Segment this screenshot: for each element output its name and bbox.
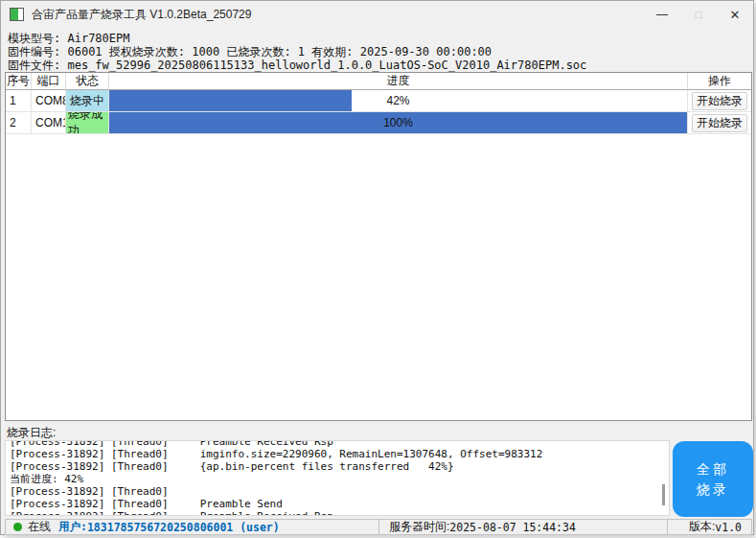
status-online-section: 在线 用户: 1831785756720250806001 (user) [5,519,379,535]
row2-index: 2 [6,112,32,134]
device-table: 序号 端口 状态 进度 操作 1 COM8 烧录中 42% 开始烧录 2 COM… [5,72,752,421]
row2-status-badge: 烧录成功 [66,112,109,134]
row1-progress-cell: 42% [109,90,688,112]
window-title: 合宙产品量产烧录工具 V1.0.2Beta_250729 [32,7,251,23]
log-line: 当前进度: 42% [10,473,669,485]
close-button[interactable]: ✕ [717,1,753,28]
row2-action-cell: 开始烧录 [688,112,751,134]
version-value: v1.0 [715,521,742,534]
header-action: 操作 [688,73,751,90]
row2-start-burn-button[interactable]: 开始烧录 [692,114,747,132]
row2-progress-cell: 100% [109,112,688,134]
app-icon [10,8,24,21]
log-line: [Process-31892] [Thread0] {ap.bin-percen… [10,460,669,473]
expiry-value: 2025-09-30 00:00:00 [360,45,492,58]
burned-count-value: 1 [298,45,305,58]
header-progress: 进度 [109,73,688,90]
auth-count-label: 授权烧录次数: [103,45,193,58]
app-window: 合宙产品量产烧录工具 V1.0.2Beta_250729 — □ ✕ 模块型号:… [0,0,754,535]
log-line: [Process-31892] [Thread0] [10,485,669,498]
status-bar: 在线 用户: 1831785756720250806001 (user) 服务器… [5,519,753,535]
module-label: 模块型号: [8,32,67,45]
row2-port: COM13 [32,112,66,134]
log-line: [Process-31892] [Thread0] Preamble Send [10,498,669,510]
module-value: Air780EPM [67,32,129,45]
row1-action-cell: 开始烧录 [688,90,751,112]
maximize-button[interactable]: □ [680,1,717,28]
burned-count-label: 已烧录次数: [219,45,298,58]
user-label: 用户: [58,520,87,534]
auth-count-value: 1000 [192,45,219,58]
version-label: 版本: [689,519,715,535]
header-status: 状态 [66,73,109,90]
file-value: mes_fw_52996_20250806115133_helloworld_1… [67,58,586,72]
status-version-section: 版本: v1.0 [667,519,752,535]
row1-port: COM8 [32,90,66,112]
log-line: [Process-31892] [Thread0] Preamble Recei… [10,440,669,448]
status-server-time-section: 服务器时间: 2025-08-07 15:44:34 [378,519,668,535]
log-scrollbar-thumb[interactable] [662,484,665,505]
log-line: [Process-31892] [Thread0] Preamble Recei… [10,510,669,516]
user-value: 1831785756720250806001 (user) [87,521,280,534]
burn-log-content: [Process-31892] [Thread0] Preamble Recei… [6,440,669,516]
server-time-label: 服务器时间: [389,519,449,535]
log-line: [Process-31892] [Thread0] imginfo.size=2… [10,448,669,460]
row1-index: 1 [6,90,32,112]
row1-start-burn-button[interactable]: 开始烧录 [692,92,747,110]
burn-log-label: 烧录日志: [7,425,56,441]
firmware-no-label: 固件编号: [8,45,67,58]
header-index: 序号 [6,73,32,90]
minimize-button[interactable]: — [644,1,680,28]
online-status-dot [13,523,22,531]
window-controls: — □ ✕ [644,1,753,28]
row2-progress-label: 100% [109,116,687,129]
row1-status-badge: 烧录中 [66,90,109,112]
firmware-no-value: 06001 [67,45,102,58]
burn-all-button[interactable]: 全部 烧录 [673,441,753,517]
online-status-text: 在线 [28,519,51,535]
row1-progress-label: 42% [109,94,687,107]
header-port: 端口 [32,73,66,90]
table-empty-area [6,134,751,420]
title-bar[interactable]: 合宙产品量产烧录工具 V1.0.2Beta_250729 — □ ✕ [1,1,753,28]
expiry-label: 有效期: [305,45,360,58]
burn-log-box[interactable]: [Process-31892] [Thread0] Preamble Recei… [5,440,670,516]
file-label: 固件文件: [8,58,67,72]
server-time-value: 2025-08-07 15:44:34 [449,521,576,534]
